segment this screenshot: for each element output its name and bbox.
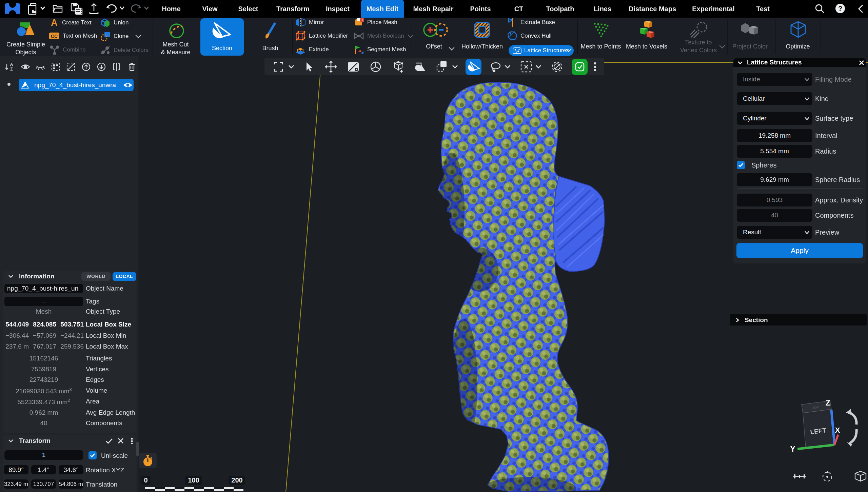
svg-text:CC: CC bbox=[51, 34, 58, 39]
svg-text:A: A bbox=[51, 18, 58, 27]
svg-text:Z: Z bbox=[826, 398, 831, 407]
svg-text:?: ? bbox=[838, 5, 842, 12]
svg-text:Z: Z bbox=[10, 67, 13, 72]
svg-text:X: X bbox=[835, 426, 840, 434]
svg-text:A: A bbox=[10, 62, 13, 67]
svg-text:Y: Y bbox=[790, 444, 795, 453]
